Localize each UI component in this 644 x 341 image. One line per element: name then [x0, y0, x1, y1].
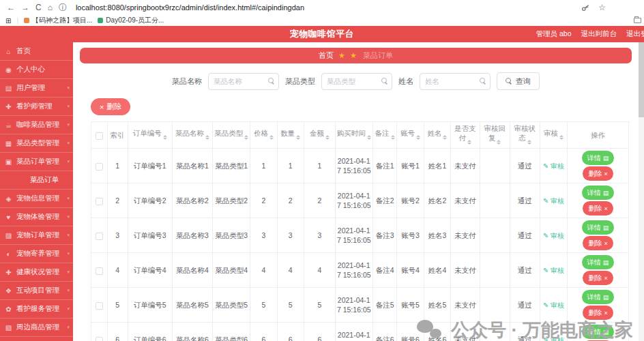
sort-caret-icon[interactable]: [497, 138, 501, 147]
sidebar-item[interactable]: ◉ 个人中心: [0, 61, 73, 79]
sort-caret-icon[interactable]: [391, 133, 395, 142]
batch-delete-button[interactable]: × 删除: [91, 98, 130, 115]
cell-paid-status: 未支付: [451, 323, 480, 341]
sidebar-item[interactable]: ◈ 宠物信息管理: [0, 190, 73, 208]
cell-order-no: 订单编号6: [128, 323, 172, 341]
pet-foster-icon: ◐: [5, 250, 12, 258]
column-header[interactable]: 菜品名称: [172, 122, 212, 149]
row-checkbox[interactable]: [96, 337, 103, 341]
query-button[interactable]: 查询: [497, 72, 540, 90]
audit-link[interactable]: ✎ 审核: [543, 301, 564, 309]
sidebar-item[interactable]: ✿ 看护服务管理: [0, 300, 73, 318]
sort-caret-icon[interactable]: [527, 138, 531, 147]
column-header[interactable]: 菜品类型: [213, 122, 250, 149]
sidebar-item[interactable]: ✚ 看护师管理: [0, 98, 73, 116]
sort-caret-icon[interactable]: [325, 133, 330, 142]
sort-caret-icon[interactable]: [296, 133, 300, 142]
sidebar-item-label: 首页: [16, 46, 31, 56]
column-header[interactable]: 审核状态: [510, 122, 540, 149]
detail-button[interactable]: 详情▤: [582, 220, 615, 235]
sort-caret-icon[interactable]: [559, 133, 564, 142]
column-header[interactable]: 订单编号: [128, 122, 172, 149]
sidebar-item[interactable]: ⌂ 首页: [0, 42, 73, 61]
sort-caret-icon[interactable]: [244, 133, 248, 142]
folder-icon[interactable]: [634, 18, 641, 23]
bookmark-item[interactable]: Day02-09-员工分...: [98, 16, 164, 25]
cell-dish-type: 菜品类型2: [213, 183, 250, 218]
audit-link[interactable]: ✎ 审核: [543, 232, 564, 239]
cell-index: 3: [107, 218, 128, 253]
detail-button[interactable]: 详情▤: [582, 186, 615, 200]
sort-caret-icon[interactable]: [467, 138, 471, 147]
forward-icon[interactable]: →: [21, 3, 29, 12]
sidebar-item[interactable]: ▣ 菜品订单管理: [0, 153, 73, 171]
detail-button[interactable]: 详情▤: [582, 255, 615, 269]
sidebar-item[interactable]: ▧ 周边商品管理: [0, 318, 73, 337]
column-header[interactable]: 审核回复: [480, 122, 510, 149]
bookmark-item[interactable]: 【码神之路】项目...: [24, 16, 92, 25]
column-header[interactable]: 账号: [397, 122, 424, 149]
audit-link[interactable]: ✎ 审核: [543, 267, 564, 274]
row-checkbox[interactable]: [96, 267, 103, 275]
column-header[interactable]: 是否支付: [451, 122, 480, 149]
column-header[interactable]: 数量: [277, 122, 304, 149]
delete-button[interactable]: 删除×: [583, 201, 613, 216]
column-header[interactable]: 审核: [540, 122, 567, 149]
sidebar-item[interactable]: ♥ 宠物体验管理: [0, 208, 73, 226]
detail-button[interactable]: 详情▤: [582, 290, 615, 304]
home-icon[interactable]: ⌂: [48, 3, 53, 12]
password-key-icon[interactable]: [581, 3, 590, 12]
column-header[interactable]: 金额: [304, 122, 335, 149]
detail-button[interactable]: 详情▤: [582, 151, 615, 165]
breadcrumb-home[interactable]: 首页: [319, 50, 334, 61]
sidebar-item[interactable]: ▦ 菜品类型管理: [0, 134, 73, 153]
row-checkbox[interactable]: [96, 233, 103, 240]
select-all-checkbox[interactable]: [96, 132, 103, 140]
delete-button[interactable]: 删除×: [583, 306, 613, 320]
logout-to-front-link[interactable]: 退出到前台: [581, 29, 617, 39]
apps-grid-icon[interactable]: ⊞: [5, 17, 11, 25]
sort-caret-icon[interactable]: [163, 133, 167, 142]
column-header[interactable]: 价格: [250, 122, 277, 149]
audit-link[interactable]: ✎ 审核: [543, 336, 564, 341]
cell-order-no: 订单编号5: [128, 288, 172, 323]
dish-order-icon: ▣: [5, 158, 12, 166]
delete-button[interactable]: 删除×: [583, 236, 613, 250]
sidebar-item[interactable]: ❖ 互动项目管理: [0, 282, 73, 300]
row-checkbox[interactable]: [96, 163, 103, 170]
detail-button[interactable]: 详情▤: [582, 325, 615, 339]
sort-caret-icon[interactable]: [269, 133, 274, 142]
sort-caret-icon[interactable]: [443, 133, 447, 142]
table-row: 6 订单编号6 菜品名称6 菜品类型6 6 6 6 2021-04-17 15:…: [91, 323, 629, 341]
sort-caret-icon[interactable]: [416, 133, 420, 142]
sidebar-item[interactable]: ▨ 宠物订单管理: [0, 226, 73, 245]
delete-button[interactable]: 删除×: [583, 166, 613, 181]
document-icon: ▤: [603, 190, 609, 196]
trash-icon: ×: [604, 240, 607, 247]
sidebar-item[interactable]: ◐ 宠物寄养管理: [0, 245, 73, 263]
column-header[interactable]: 备注: [372, 122, 396, 149]
row-checkbox[interactable]: [96, 198, 103, 205]
logout-link[interactable]: 退出登录: [626, 29, 644, 39]
sidebar-item[interactable]: ▤ 用户管理: [0, 79, 73, 98]
column-header[interactable]: 购买时间: [335, 122, 372, 149]
row-checkbox[interactable]: [96, 302, 103, 310]
table-body: 1 订单编号1 菜品名称1 菜品类型1 1 1 1 2021-04-17 15:…: [91, 149, 629, 341]
column-header[interactable]: 姓名: [424, 122, 450, 149]
sidebar-item[interactable]: ✚ 健康状况管理: [0, 263, 73, 282]
scrollbar-thumb[interactable]: [639, 42, 644, 117]
scrollbar[interactable]: [639, 42, 644, 341]
audit-link[interactable]: ✎ 审核: [543, 197, 564, 205]
sidebar-item[interactable]: 菜品订单: [0, 171, 73, 190]
cell-paid-status: 未支付: [451, 149, 480, 183]
url-text[interactable]: localhost:8080/springbootx9rzc/admin/dis…: [76, 3, 575, 12]
site-info-icon[interactable]: ⓘ: [59, 2, 67, 14]
audit-link[interactable]: ✎ 审核: [543, 162, 564, 170]
sidebar-item[interactable]: ☕ 咖啡菜品管理: [0, 116, 73, 134]
sort-caret-icon[interactable]: [205, 133, 209, 142]
refresh-icon[interactable]: C: [35, 3, 42, 12]
back-icon[interactable]: ←: [7, 3, 15, 12]
delete-button[interactable]: 删除×: [583, 271, 613, 285]
bookmark-star-icon[interactable]: ☆: [598, 3, 606, 12]
sort-caret-icon[interactable]: [367, 133, 371, 142]
